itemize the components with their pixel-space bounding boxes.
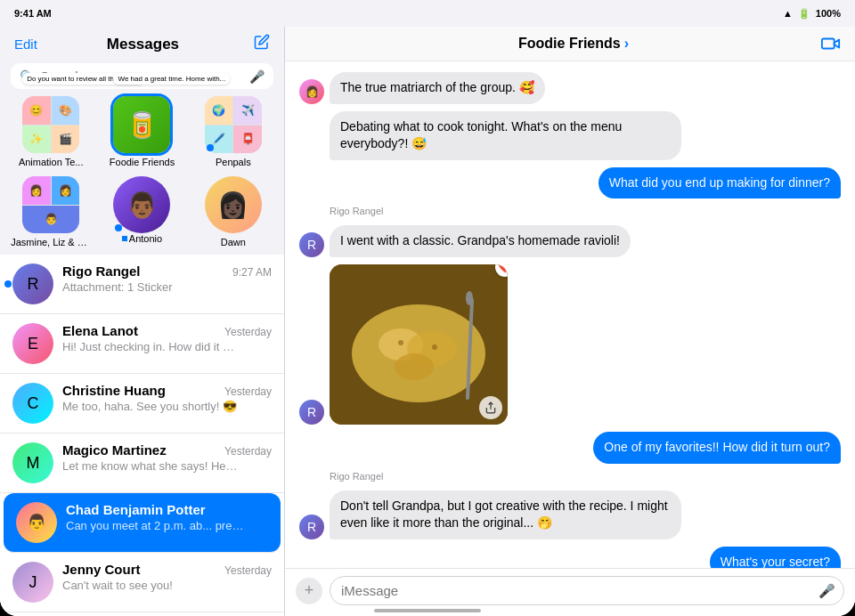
message-bubble-outgoing: One of my favorites!! How did it turn ou… bbox=[593, 432, 841, 464]
conversation-chad-potter[interactable]: 👨 Chad Benjamin Potter Can you meet at 2… bbox=[4, 493, 281, 553]
svg-point-9 bbox=[466, 291, 473, 305]
message-row-image: R bbox=[299, 264, 841, 425]
svg-rect-0 bbox=[822, 39, 835, 49]
conv-content-christine: Christine Huang Yesterday Me too, haha. … bbox=[62, 383, 272, 413]
video-icon bbox=[821, 36, 841, 52]
message-row: What's your secret? bbox=[299, 547, 841, 568]
conv-time-rigo: 9:27 AM bbox=[232, 266, 272, 279]
message-input[interactable] bbox=[330, 576, 844, 605]
compose-button[interactable] bbox=[248, 34, 270, 54]
conv-content-jenny: Jenny Court Yesterday Can't wait to see … bbox=[62, 562, 272, 592]
chat-chevron-icon: › bbox=[624, 36, 629, 52]
pinned-item-jasmine[interactable]: 👩 👩 👨 Jasmine, Liz & Rigo bbox=[10, 176, 92, 247]
conversation-magico-martinez[interactable]: M Magico Martinez Yesterday Let me know … bbox=[0, 434, 284, 493]
message-row: R I went with a classic. Grandpa's homem… bbox=[299, 225, 841, 257]
chat-title-group[interactable]: Foodie Friends › bbox=[518, 36, 629, 52]
jasmine-liz-rigo-avatar: 👩 👩 👨 bbox=[22, 176, 79, 233]
input-area: + 🎤 bbox=[285, 568, 855, 616]
msg-avatar-rigo3: R bbox=[299, 515, 324, 539]
avatar-chad: 👨 bbox=[16, 502, 57, 543]
conv-name-elena: Elena Lanot bbox=[62, 323, 138, 338]
conv-time-elena: Yesterday bbox=[224, 326, 272, 338]
avatar-elena: E bbox=[12, 323, 53, 364]
pinned-item-penpals[interactable]: 🌍 ✈️ 🖊️ 📮 Penpals bbox=[192, 96, 274, 167]
mic-input-icon: 🎤 bbox=[818, 583, 835, 599]
foodie-friends-avatar: 🥫 bbox=[113, 96, 170, 153]
wifi-icon: ▲ bbox=[783, 8, 793, 19]
svg-point-6 bbox=[398, 340, 403, 345]
msg-avatar-rigo: R bbox=[299, 232, 324, 257]
message-row: One of my favorites!! How did it turn ou… bbox=[299, 432, 841, 464]
home-indicator bbox=[374, 609, 481, 612]
antonio-avatar: 👨🏾 bbox=[113, 176, 170, 233]
conv-name-magico: Magico Martinez bbox=[62, 442, 167, 458]
image-message-container: ❤️ bbox=[330, 264, 508, 425]
conv-preview-elena: Hi! Just checking in. How did it go? bbox=[62, 340, 240, 353]
conversation-christine-huang[interactable]: C Christine Huang Yesterday Me too, haha… bbox=[0, 374, 284, 434]
pinned-section: Do you want to review all the rend... 😊 … bbox=[0, 96, 284, 255]
animation-team-avatar: 😊 🎨 ✨ 🎬 bbox=[22, 96, 79, 153]
message-input-wrapper: 🎤 bbox=[330, 576, 844, 605]
sidebar-title: Messages bbox=[37, 36, 248, 53]
conversation-list: R Rigo Rangel 9:27 AM Attachment: 1 Stic… bbox=[0, 255, 284, 616]
message-row: What did you end up making for dinner? bbox=[299, 167, 841, 199]
add-button[interactable]: + bbox=[296, 578, 322, 604]
pinned-item-foodie-friends[interactable]: We had a great time. Home with... 🥫 Food… bbox=[101, 96, 183, 167]
conv-name-jenny: Jenny Court bbox=[62, 562, 141, 577]
sender-label-rigo2: Rigo Rangel bbox=[330, 471, 841, 482]
conversation-elena-lanot[interactable]: E Elena Lanot Yesterday Hi! Just checkin… bbox=[0, 314, 284, 374]
conv-preview-christine: Me too, haha. See you shortly! 😎 bbox=[62, 400, 240, 413]
edit-button[interactable]: Edit bbox=[14, 36, 37, 52]
dawn-avatar: 👩🏿 bbox=[205, 176, 262, 233]
chat-title-text: Foodie Friends bbox=[518, 36, 621, 52]
battery-icon: 🔋 bbox=[798, 8, 810, 20]
conv-time-magico: Yesterday bbox=[224, 445, 272, 458]
message-row: 👩 The true matriarch of the group. 🥰 bbox=[299, 72, 841, 104]
conv-name-christine: Christine Huang bbox=[62, 383, 166, 398]
share-button[interactable] bbox=[479, 396, 502, 419]
conv-name-chad: Chad Benjamin Potter bbox=[66, 502, 206, 517]
avatar-christine: C bbox=[12, 383, 53, 424]
pinned-item-dawn[interactable]: 👩🏿 Dawn bbox=[192, 176, 274, 247]
message-bubble: The true matriarch of the group. 🥰 bbox=[330, 72, 545, 104]
pinned-name-foodie: Foodie Friends bbox=[110, 157, 175, 167]
mic-icon: 🎤 bbox=[249, 69, 265, 84]
message-bubble-outgoing: What did you end up making for dinner? bbox=[598, 167, 841, 199]
pinned-item-animation-team[interactable]: Do you want to review all the rend... 😊 … bbox=[10, 96, 92, 167]
conv-time-jenny: Yesterday bbox=[224, 564, 272, 577]
message-bubble-outgoing: What's your secret? bbox=[710, 547, 841, 568]
avatar-jenny: J bbox=[12, 562, 53, 603]
conv-time-christine: Yesterday bbox=[224, 385, 272, 398]
video-call-button[interactable] bbox=[821, 36, 841, 52]
conversation-jenny-court[interactable]: J Jenny Court Yesterday Can't wait to se… bbox=[0, 553, 284, 612]
status-bar: 9:41 AM ▲ 🔋 100% bbox=[0, 0, 855, 27]
pinned-name-penpals: Penpals bbox=[216, 157, 251, 167]
svg-point-5 bbox=[395, 353, 434, 380]
conv-content-elena: Elena Lanot Yesterday Hi! Just checking … bbox=[62, 323, 272, 353]
message-bubble: Don't tell Grandpa, but I got creative w… bbox=[330, 490, 681, 539]
message-row: R Don't tell Grandpa, but I got creative… bbox=[299, 490, 841, 539]
sidebar-header: Edit Messages bbox=[0, 27, 284, 60]
pinned-item-antonio[interactable]: 👨🏾 Antonio bbox=[101, 176, 183, 247]
message-bubble: Debating what to cook tonight. What's on… bbox=[330, 111, 681, 160]
conv-content-magico: Magico Martinez Yesterday Let me know wh… bbox=[62, 442, 272, 473]
battery-level: 100% bbox=[816, 8, 841, 19]
pinned-name-animation: Animation Te... bbox=[19, 157, 84, 167]
pinned-name-dawn: Dawn bbox=[221, 237, 246, 247]
msg-avatar-incoming: 👩 bbox=[299, 79, 324, 104]
avatar-rigo: R bbox=[12, 263, 53, 304]
conversation-rigo-rangel[interactable]: R Rigo Rangel 9:27 AM Attachment: 1 Stic… bbox=[0, 255, 284, 314]
conv-preview-jenny: Can't wait to see you! bbox=[62, 579, 240, 592]
conv-content-chad: Chad Benjamin Potter Can you meet at 2 p… bbox=[66, 502, 268, 532]
app-container: Edit Messages 🔍 🎤 Do you want to review bbox=[0, 27, 855, 616]
status-time: 9:41 AM bbox=[14, 8, 52, 19]
conv-preview-chad: Can you meet at 2 p.m. ab... presentatio… bbox=[66, 519, 244, 532]
conv-content-rigo: Rigo Rangel 9:27 AM Attachment: 1 Sticke… bbox=[62, 263, 272, 294]
conv-preview-rigo: Attachment: 1 Sticker bbox=[62, 280, 240, 294]
ravioli-image: ❤️ bbox=[330, 264, 508, 425]
message-bubble: I went with a classic. Grandpa's homemad… bbox=[330, 225, 631, 257]
msg-avatar-rigo2: R bbox=[299, 400, 324, 425]
avatar-magico: M bbox=[12, 442, 53, 483]
message-row: Debating what to cook tonight. What's on… bbox=[299, 111, 841, 160]
conv-name-rigo: Rigo Rangel bbox=[62, 263, 141, 279]
